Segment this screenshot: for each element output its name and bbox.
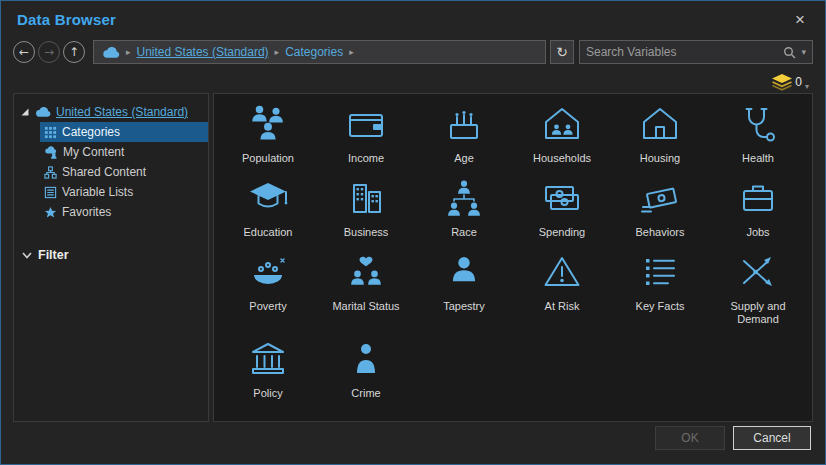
sidebar-item-my-content[interactable]: My Content	[40, 142, 208, 162]
behaviors-icon	[638, 176, 682, 220]
categories-panel: Population Income	[213, 93, 813, 422]
category-jobs[interactable]: Jobs	[710, 176, 806, 240]
at-risk-icon	[540, 250, 584, 294]
favorites-star-icon	[44, 206, 57, 219]
category-tapestry[interactable]: Tapestry	[416, 250, 512, 328]
category-supply-and-demand[interactable]: Supply and Demand	[710, 250, 806, 328]
category-label: Behaviors	[636, 226, 685, 240]
cancel-button[interactable]: Cancel	[733, 426, 811, 450]
sidebar-item-label: Variable Lists	[62, 185, 133, 199]
marital-status-icon	[344, 250, 388, 294]
households-icon	[540, 102, 584, 146]
filter-section-header[interactable]: Filter	[14, 248, 208, 262]
population-icon	[246, 102, 290, 146]
category-age[interactable]: Age	[416, 102, 512, 166]
category-label: Age	[454, 152, 474, 166]
jobs-icon	[736, 176, 780, 220]
title-bar: Data Browser ×	[1, 1, 825, 37]
category-label: Spending	[539, 226, 586, 240]
category-income[interactable]: Income	[318, 102, 414, 166]
category-population[interactable]: Population	[220, 102, 316, 166]
tapestry-icon	[442, 250, 486, 294]
category-marital-status[interactable]: Marital Status	[318, 250, 414, 328]
variable-lists-icon	[44, 186, 57, 199]
category-key-facts[interactable]: Key Facts	[612, 250, 708, 328]
sidebar-item-label: Shared Content	[62, 165, 146, 179]
categories-grid-icon	[44, 126, 57, 139]
category-households[interactable]: Households	[514, 102, 610, 166]
forward-icon: →	[44, 45, 54, 59]
category-education[interactable]: Education	[220, 176, 316, 240]
category-label: Key Facts	[636, 300, 685, 314]
credits-count: 0	[795, 75, 802, 89]
close-icon[interactable]: ×	[791, 9, 809, 30]
credits-indicator[interactable]: 0 ▾	[1, 71, 825, 93]
supply-and-demand-icon	[736, 250, 780, 294]
tree-root-label: United States (Standard)	[56, 105, 188, 119]
sidebar-item-favorites[interactable]: Favorites	[40, 202, 208, 222]
breadcrumb-root-link[interactable]: United States (Standard)	[137, 45, 269, 59]
search-icon	[783, 46, 796, 59]
category-spending[interactable]: Spending	[514, 176, 610, 240]
up-button[interactable]: ↑	[63, 41, 85, 63]
category-label: Income	[348, 152, 384, 166]
age-icon	[442, 102, 486, 146]
category-behaviors[interactable]: Behaviors	[612, 176, 708, 240]
category-label: Jobs	[746, 226, 769, 240]
forward-button[interactable]: →	[38, 41, 60, 63]
tree-root-united-states[interactable]: United States (Standard)	[14, 102, 208, 122]
category-label: Housing	[640, 152, 680, 166]
spending-icon	[540, 176, 584, 220]
ok-button[interactable]: OK	[655, 426, 725, 450]
category-housing[interactable]: Housing	[612, 102, 708, 166]
sidebar-item-categories[interactable]: Categories	[40, 122, 208, 142]
breadcrumb: ▸ United States (Standard) ▸ Categories …	[93, 40, 546, 64]
category-label: Race	[451, 226, 477, 240]
category-label: Population	[242, 152, 294, 166]
search-input[interactable]	[586, 45, 778, 59]
search-box: ▾	[579, 40, 813, 64]
shared-content-icon	[44, 166, 57, 179]
my-content-icon	[44, 146, 58, 159]
search-dropdown-icon[interactable]: ▾	[801, 47, 806, 57]
category-label: Marital Status	[332, 300, 399, 314]
credits-dropdown-icon[interactable]: ▾	[805, 82, 809, 91]
crime-icon	[344, 337, 388, 381]
category-at-risk[interactable]: At Risk	[514, 250, 610, 328]
back-button[interactable]: ←	[13, 41, 35, 63]
cloud-icon	[35, 107, 51, 117]
credits-layers-icon	[772, 74, 792, 91]
category-crime[interactable]: Crime	[318, 337, 414, 401]
category-label: Policy	[253, 387, 282, 401]
up-icon: ↑	[69, 45, 79, 59]
health-icon	[736, 102, 780, 146]
sidebar-item-shared-content[interactable]: Shared Content	[40, 162, 208, 182]
sidebar-item-label: My Content	[63, 145, 124, 159]
category-race[interactable]: Race	[416, 176, 512, 240]
education-icon	[246, 176, 290, 220]
sidebar-item-variable-lists[interactable]: Variable Lists	[40, 182, 208, 202]
category-health[interactable]: Health	[710, 102, 806, 166]
sidebar-item-label: Favorites	[62, 205, 111, 219]
key-facts-icon	[638, 250, 682, 294]
poverty-icon	[246, 250, 290, 294]
category-policy[interactable]: Policy	[220, 337, 316, 401]
breadcrumb-separator-icon: ▸	[275, 47, 280, 57]
back-icon: ←	[19, 45, 29, 59]
policy-icon	[246, 337, 290, 381]
business-icon	[344, 176, 388, 220]
category-business[interactable]: Business	[318, 176, 414, 240]
category-label: Education	[244, 226, 293, 240]
category-label: Crime	[351, 387, 380, 401]
refresh-button[interactable]: ↻	[550, 40, 574, 64]
dialog-footer: OK Cancel	[1, 422, 825, 464]
race-icon	[442, 176, 486, 220]
category-label: Households	[533, 152, 591, 166]
categories-grid: Population Income	[220, 102, 806, 401]
category-label: Supply and Demand	[714, 300, 802, 328]
breadcrumb-separator-icon: ▸	[349, 47, 354, 57]
category-label: Health	[742, 152, 774, 166]
category-poverty[interactable]: Poverty	[220, 250, 316, 328]
breadcrumb-section-link[interactable]: Categories	[285, 45, 343, 59]
expander-icon[interactable]	[20, 107, 30, 117]
